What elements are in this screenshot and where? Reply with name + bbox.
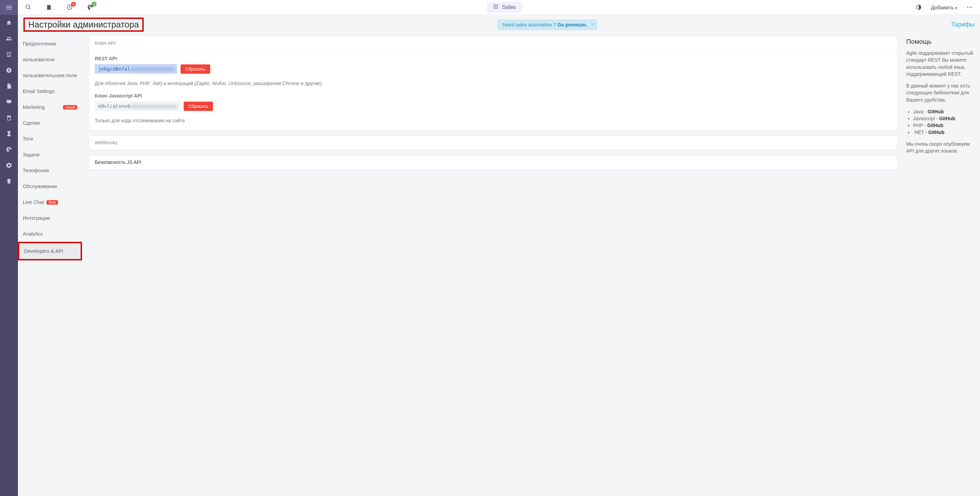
add-label: Добавить: [931, 5, 954, 10]
settings-nav: Предпочтения пользователи пользовательск…: [18, 36, 82, 261]
nav-custom-fields[interactable]: пользовательские поля: [18, 67, 82, 83]
nav-service[interactable]: Обслуживание: [18, 178, 82, 194]
nav-label: Live Chat: [23, 199, 44, 205]
card-header: Безопасность JS API: [89, 155, 897, 170]
nav-preferences[interactable]: Предпочтения: [18, 36, 82, 52]
rail-monitor-icon[interactable]: [0, 94, 18, 110]
close-icon[interactable]: ×: [591, 21, 594, 27]
nav-label: пользователи: [23, 57, 54, 62]
calendar-today-icon[interactable]: [43, 1, 55, 13]
help-title: Помощь: [906, 38, 975, 46]
nav-label: Marketing: [23, 104, 45, 110]
tariff-link[interactable]: Тарифы: [951, 21, 975, 28]
nav-label: Сделки: [23, 120, 40, 126]
nav-label: Теги: [23, 136, 33, 141]
app-switcher[interactable]: Sales: [487, 2, 522, 13]
help-text: Agile поддерживает открытый стандарт RES…: [906, 49, 975, 78]
more-dots-icon[interactable]: [964, 1, 976, 13]
go-premium-link[interactable]: Go premium.: [558, 22, 587, 27]
timer-icon[interactable]: 4: [64, 1, 76, 13]
new-badge: новый: [63, 105, 77, 110]
nav-label: Предпочтения: [23, 41, 56, 46]
page-title-highlight: Настройки администратора: [24, 17, 144, 32]
rail-document-icon[interactable]: [0, 78, 18, 94]
rail-calendar-icon[interactable]: [0, 110, 18, 126]
nav-email-settings[interactable]: Email Settings: [18, 83, 82, 99]
pie-badge: 4: [92, 2, 97, 6]
nav-analytics[interactable]: Analytics: [18, 226, 82, 242]
nav-marketing[interactable]: Marketingновый: [18, 99, 82, 115]
card-header: Webhooks: [89, 136, 897, 150]
premium-alert: Need sales automation ? Go premium. ×: [498, 20, 597, 30]
nav-users[interactable]: пользователи: [18, 52, 82, 67]
nav-label: пользовательские поля: [23, 73, 77, 78]
nav-label: Email Settings: [23, 89, 55, 94]
app-switcher-label: Sales: [502, 4, 516, 10]
js-api-desc: Только для кода отслеживания на сайте: [95, 115, 891, 125]
nav-tags[interactable]: Теги: [18, 131, 82, 147]
help-lib-item: .NET - GitHub: [913, 129, 975, 136]
nav-tasks[interactable]: Задачи: [18, 147, 82, 162]
rest-api-desc: Для оболочек Java, PHP, .Net) и интеграц…: [95, 78, 891, 87]
topbar: 4 4 Sales Добавить▾: [18, 0, 980, 15]
search-icon[interactable]: [22, 1, 35, 13]
rail-money-icon[interactable]: [0, 62, 18, 78]
apps-grid-icon: [493, 4, 499, 11]
nav-deals[interactable]: Сделки: [18, 115, 82, 131]
help-panel: Помощь Agile поддерживает открытый станд…: [904, 36, 980, 261]
rail-hourglass-icon[interactable]: [0, 126, 18, 141]
beta-badge: Beta: [46, 200, 58, 205]
rail-trash-icon[interactable]: [0, 173, 18, 189]
nav-label: Телефония: [23, 168, 49, 173]
page-title: Настройки администратора: [28, 20, 139, 30]
rail-gears-icon[interactable]: [0, 157, 18, 173]
js-security-card[interactable]: Безопасность JS API: [89, 155, 897, 170]
js-api-label: Ключ Javascript API: [95, 93, 891, 99]
help-text: В данный момент у нас есть следующие биб…: [906, 82, 975, 103]
timer-badge: 4: [71, 2, 76, 6]
help-lib-item: Java - GitHub: [913, 108, 975, 115]
reset-js-button[interactable]: Сбросить: [184, 102, 213, 111]
nav-integrations[interactable]: Интеграции: [18, 210, 82, 226]
add-dropdown[interactable]: Добавить▾: [931, 5, 957, 10]
rest-api-value[interactable]: jekgcd8ofalxxxxxxxxxxxxxxx: [95, 64, 177, 74]
hamburger-icon[interactable]: [0, 0, 18, 15]
nav-label: Интеграции: [23, 215, 50, 221]
nav-live-chat[interactable]: Live Chat Beta: [18, 194, 82, 210]
help-lib-item: PHP - GitHub: [913, 122, 975, 129]
rail-people-icon[interactable]: [0, 31, 18, 46]
left-rail: [0, 0, 18, 496]
nav-label: Developers & API: [24, 248, 64, 254]
rail-home-icon[interactable]: [0, 15, 18, 31]
help-lib-item: Javascript - GitHub: [913, 115, 975, 122]
page-header: Настройки администратора Need sales auto…: [18, 15, 980, 33]
nav-telephony[interactable]: Телефония: [18, 162, 82, 178]
nav-developers-api[interactable]: Developers & API: [18, 242, 82, 261]
nav-label: Обслуживание: [23, 184, 57, 189]
center-panel: Ключ API REST API jekgcd8ofalxxxxxxxxxxx…: [82, 36, 904, 261]
rail-chart-icon[interactable]: [0, 141, 18, 157]
chevron-down-icon: ▾: [955, 6, 957, 10]
api-key-card: Ключ API REST API jekgcd8ofalxxxxxxxxxxx…: [89, 36, 897, 130]
rest-api-label: REST API: [95, 56, 891, 61]
rail-building-icon[interactable]: [0, 46, 18, 62]
webhooks-card[interactable]: Webhooks: [89, 135, 897, 150]
alert-text: Need sales automation ?: [503, 22, 558, 27]
help-text: Мы очень скоро опубликуем API для других…: [906, 140, 975, 155]
reset-rest-button[interactable]: Сбросить: [181, 64, 210, 74]
card-header: Ключ API: [89, 36, 897, 50]
theme-toggle-icon[interactable]: [912, 1, 925, 13]
nav-label: Analytics: [23, 231, 43, 237]
js-api-value[interactable]: m9vlcqlnnv6xxxxxxxxxxxxxxxx: [95, 101, 180, 111]
pie-chart-icon[interactable]: 4: [84, 1, 97, 13]
nav-label: Задачи: [23, 152, 40, 157]
